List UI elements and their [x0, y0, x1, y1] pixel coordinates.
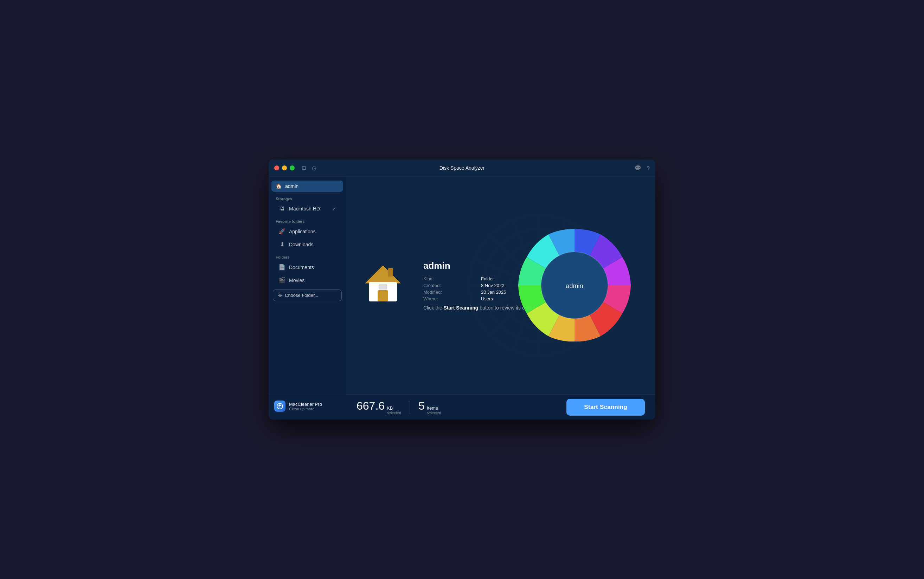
nav-icon[interactable]: ◷ — [312, 165, 317, 171]
svg-text:admin: admin — [566, 283, 583, 290]
donut-chart-svg: admin — [511, 222, 638, 348]
titlebar-right: 💬 ? — [635, 165, 650, 171]
window-title: Disk Space Analyzer — [440, 165, 484, 171]
sidebar-item-applications[interactable]: 🚀 Applications — [271, 225, 343, 237]
titlebar-icons: ⊡ ◷ — [302, 165, 317, 171]
created-label: Created: — [423, 283, 474, 288]
main-content-area: 🏠 admin Storages 🖥 Macintosh HD ✓ Favori… — [269, 177, 655, 419]
applications-label: Applications — [289, 229, 316, 234]
start-scanning-button[interactable]: Start Scanning — [566, 399, 645, 415]
sidebar-item-admin[interactable]: 🏠 admin — [271, 181, 343, 192]
hint-bold: Start Scanning — [444, 305, 479, 311]
svg-marker-13 — [365, 266, 400, 283]
where-label: Where: — [423, 296, 474, 301]
storages-section-label: Storages — [269, 193, 346, 202]
hd-icon: 🖥 — [279, 206, 286, 212]
size-unit: KB — [387, 406, 401, 411]
hint-prefix: Click the — [423, 305, 444, 311]
size-stat: 667.6 KB selected — [356, 399, 401, 415]
sidebar: 🏠 admin Storages 🖥 Macintosh HD ✓ Favori… — [269, 177, 346, 419]
maximize-button[interactable] — [290, 165, 295, 170]
plus-circle-icon: ⊕ — [278, 293, 282, 298]
movies-label: Movies — [289, 278, 304, 283]
sidebar-active-label: admin — [285, 183, 299, 189]
applications-icon: 🚀 — [279, 228, 286, 235]
sidebar-item-movies[interactable]: 🎬 Movies — [271, 274, 343, 286]
size-sub: selected — [387, 411, 401, 415]
folder-icon-container — [360, 260, 406, 307]
choose-folder-label: Choose Folder... — [285, 293, 318, 298]
svg-rect-17 — [388, 268, 393, 276]
sidebar-item-downloads[interactable]: ⬇ Downloads — [271, 238, 343, 250]
app-window: ⊡ ◷ Disk Space Analyzer 💬 ? 🏠 admin Stor… — [269, 160, 655, 419]
content-area: admin Kind: Folder Created: 8 Nov 2022 M… — [346, 177, 655, 394]
maccleaner-icon — [274, 401, 286, 412]
downloads-icon: ⬇ — [279, 241, 286, 248]
home-icon: 🏠 — [276, 183, 282, 189]
chat-icon[interactable]: 💬 — [635, 165, 641, 171]
main-panel: admin Kind: Folder Created: 8 Nov 2022 M… — [346, 177, 655, 419]
downloads-label: Downloads — [289, 242, 313, 247]
size-unit-block: KB selected — [387, 406, 401, 415]
maccleaner-name: MacCleaner Pro — [289, 402, 322, 407]
modified-label: Modified: — [423, 290, 474, 295]
help-icon[interactable]: ? — [647, 165, 650, 171]
minimize-button[interactable] — [282, 165, 287, 170]
documents-icon: 📄 — [279, 264, 286, 270]
items-value: 5 — [419, 399, 425, 412]
svg-rect-15 — [377, 290, 388, 301]
documents-label: Documents — [289, 265, 314, 270]
sidebar-bottom: MacCleaner Pro Clean up more — [269, 396, 346, 416]
close-button[interactable] — [274, 165, 279, 170]
movies-icon: 🎬 — [279, 277, 286, 283]
items-unit: Items — [427, 406, 441, 411]
items-unit-block: Items selected — [427, 406, 441, 415]
traffic-lights — [274, 165, 295, 170]
sidebar-toggle-icon[interactable]: ⊡ — [302, 165, 306, 171]
macintosh-hd-label: Macintosh HD — [289, 206, 320, 211]
choose-folder-button[interactable]: ⊕ Choose Folder... — [273, 290, 342, 301]
stat-divider — [410, 401, 410, 414]
checkmark-icon: ✓ — [333, 206, 336, 211]
kind-label: Kind: — [423, 276, 474, 281]
titlebar: ⊡ ◷ Disk Space Analyzer 💬 ? — [269, 160, 655, 177]
maccleaner-text: MacCleaner Pro Clean up more — [289, 402, 322, 411]
sidebar-item-macintosh-hd[interactable]: 🖥 Macintosh HD ✓ — [271, 203, 343, 215]
status-bar: 667.6 KB selected 5 Items selected Start… — [346, 394, 655, 419]
items-sub: selected — [427, 411, 441, 415]
favorite-folders-label: Favorite folders — [269, 215, 346, 225]
folders-section-label: Folders — [269, 251, 346, 261]
svg-rect-16 — [379, 284, 387, 290]
items-stat: 5 Items selected — [419, 399, 441, 415]
sidebar-item-documents[interactable]: 📄 Documents — [271, 261, 343, 273]
size-value: 667.6 — [356, 399, 385, 412]
donut-chart-wrapper: admin — [511, 222, 638, 348]
maccleaner-sub: Clean up more — [289, 407, 322, 411]
